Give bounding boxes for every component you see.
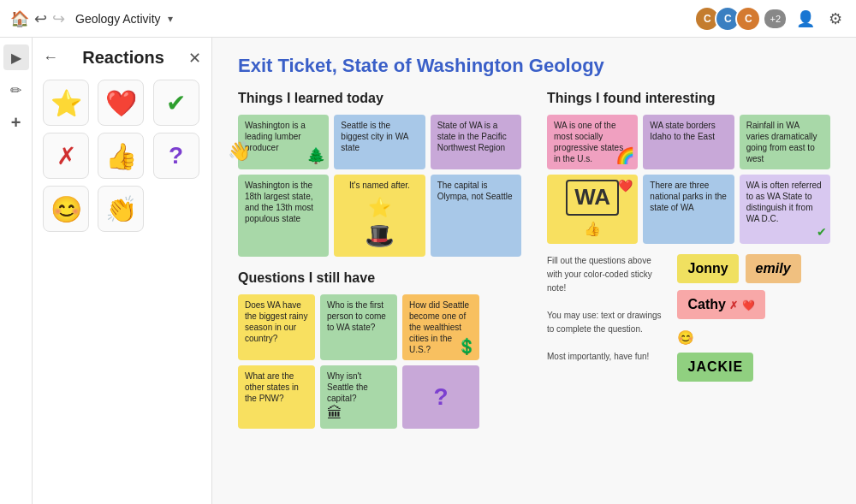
- canvas-area: Exit Ticket, State of Washington Geology…: [212, 38, 856, 504]
- canvas-content: Things I learned today 👋 Washington is a…: [238, 91, 830, 429]
- reaction-heart[interactable]: ❤️: [98, 80, 144, 126]
- reaction-check[interactable]: ✔: [153, 80, 199, 126]
- sticky-learned-3[interactable]: State of WA is a state in the Pacific No…: [431, 115, 521, 169]
- forward-icon[interactable]: ↪: [52, 9, 65, 28]
- learned-grid: Washington is a leading lumber producer …: [238, 115, 521, 257]
- instructions-box: Fill out the questions above with your c…: [547, 254, 665, 364]
- interesting-section-title: Things I found interesting: [547, 91, 830, 106]
- canvas-title: Exit Ticket, State of Washington Geology: [238, 55, 830, 77]
- name-stickies-area: Jonny emily Cathy ✗ ❤️ 😊 JACKIE: [677, 254, 830, 382]
- home-icon[interactable]: 🏠: [10, 9, 29, 28]
- sticky-int-2[interactable]: WA state borders Idaho to the East: [643, 115, 734, 169]
- topbar-right: C C C +2 👤 ⚙: [694, 6, 846, 32]
- name-sticky-emoji: 😊: [677, 329, 764, 346]
- sticky-q-6[interactable]: ?: [402, 365, 479, 429]
- questions-row-2: What are the other states in the PNW? Wh…: [238, 365, 479, 429]
- select-tool-button[interactable]: ▶: [3, 44, 29, 70]
- share-button[interactable]: 👤: [793, 6, 818, 32]
- right-section: Things I found interesting WA is one of …: [547, 91, 830, 429]
- back-icon[interactable]: ↩: [34, 9, 47, 28]
- questions-grid: Does WA have the biggest rainy season in…: [238, 294, 479, 429]
- questions-section: Questions I still have Does WA have the …: [238, 270, 521, 429]
- page-title: Geology Activity: [75, 12, 161, 26]
- sticky-learned-6[interactable]: The capital is Olympa, not Seattle: [431, 175, 521, 257]
- name-sticky-jackie[interactable]: JACKIE: [677, 353, 753, 382]
- reactions-header: ← Reactions ✕: [43, 48, 201, 68]
- sidebar-strip: ▶ ✏ +: [0, 38, 33, 504]
- reaction-question[interactable]: ?: [153, 133, 199, 179]
- reactions-grid: ⭐ ❤️ ✔ ✗ 👍 ? 😊 👏: [43, 80, 201, 232]
- sticky-learned-2[interactable]: Seattle is the biggest city in WA state: [334, 115, 425, 169]
- avatar-group: C C C +2: [694, 6, 786, 32]
- instructions-names-area: Fill out the questions above with your c…: [547, 254, 830, 382]
- reaction-star[interactable]: ⭐: [43, 80, 89, 126]
- reaction-thumbsup[interactable]: 👍: [98, 133, 144, 179]
- avatar-count: +2: [764, 9, 786, 28]
- reaction-clap[interactable]: 👏: [98, 186, 144, 232]
- sticky-q-2[interactable]: Who is the first person to come to WA st…: [320, 294, 397, 360]
- name-sticky-emily[interactable]: emily: [746, 254, 801, 283]
- reaction-smile[interactable]: 😊: [43, 186, 89, 232]
- sticky-int-4[interactable]: WA ❤️ 👍: [547, 175, 638, 244]
- reactions-back-button[interactable]: ←: [43, 49, 58, 67]
- questions-section-title: Questions I still have: [238, 270, 521, 286]
- questions-row: Does WA have the biggest rainy season in…: [238, 294, 521, 429]
- sticky-learned-4[interactable]: Washington is the 18th largest state, an…: [238, 175, 329, 257]
- reactions-title: Reactions: [82, 48, 164, 68]
- draw-tool-button[interactable]: ✏: [3, 77, 29, 103]
- reactions-close-button[interactable]: ✕: [188, 49, 201, 68]
- sticky-learned-1[interactable]: Washington is a leading lumber producer …: [238, 115, 329, 169]
- cathy-jackie-col: Cathy ✗ ❤️ 😊: [677, 290, 764, 346]
- name-sticky-cathy[interactable]: Cathy ✗ ❤️: [677, 290, 764, 319]
- questions-row-1: Does WA have the biggest rainy season in…: [238, 294, 479, 360]
- sticky-q-4[interactable]: What are the other states in the PNW?: [238, 365, 315, 429]
- reactions-panel: ← Reactions ✕ ⭐ ❤️ ✔ ✗ 👍 ? 😊 👏: [33, 38, 212, 504]
- name-sticky-jonny[interactable]: Jonny: [677, 254, 738, 283]
- interesting-grid: WA is one of the most socially progressi…: [547, 115, 830, 244]
- sticky-q-3[interactable]: How did Seattle become one of the wealth…: [402, 294, 479, 360]
- sticky-q-5[interactable]: Why isn't Seattle the capital? 🏛: [320, 365, 397, 429]
- avatar-3: C: [735, 6, 761, 32]
- title-chevron-icon[interactable]: ▾: [168, 13, 173, 25]
- sticky-int-3[interactable]: Rainfall in WA varies dramatically going…: [740, 115, 830, 169]
- main-area: ▶ ✏ + ← Reactions ✕ ⭐ ❤️ ✔ ✗ 👍 ? 😊 👏 Exi…: [0, 38, 856, 504]
- sticky-learned-5[interactable]: It's named after. ⭐ 🎩: [334, 175, 425, 257]
- left-section: Things I learned today 👋 Washington is a…: [238, 91, 521, 429]
- topbar: 🏠 ↩ ↪ Geology Activity ▾ C C C +2 👤 ⚙: [0, 0, 856, 38]
- reaction-x[interactable]: ✗: [43, 133, 89, 179]
- learned-section-title: Things I learned today: [238, 91, 521, 106]
- sticky-int-5[interactable]: There are three national parks in the st…: [643, 175, 734, 244]
- settings-button[interactable]: ⚙: [825, 6, 846, 32]
- sticky-q-1[interactable]: Does WA have the biggest rainy season in…: [238, 294, 315, 360]
- add-tool-button[interactable]: +: [3, 110, 29, 135]
- sticky-int-6[interactable]: WA is often referred to as WA State to d…: [740, 175, 830, 244]
- nav-icons: 🏠 ↩ ↪: [10, 9, 65, 28]
- sticky-int-1[interactable]: WA is one of the most socially progressi…: [547, 115, 638, 169]
